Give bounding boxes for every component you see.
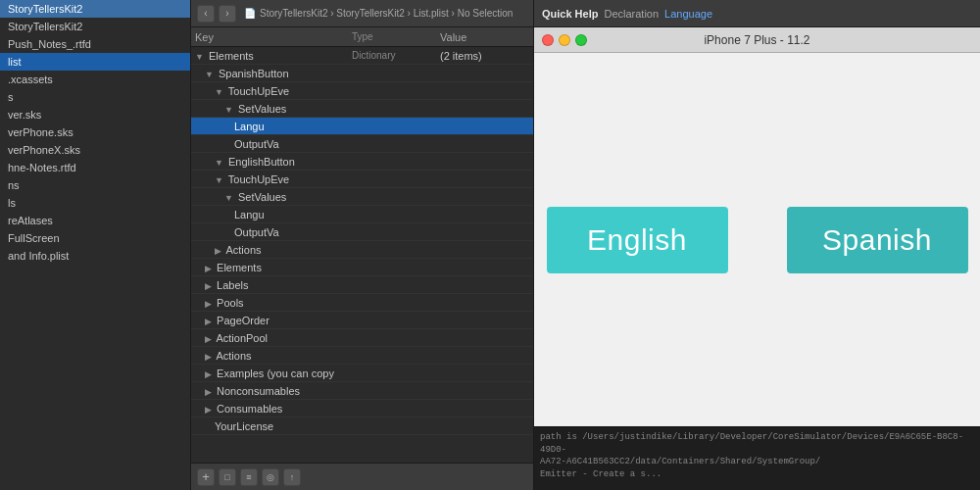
- row-key: ▼ SetValues: [191, 103, 348, 115]
- sidebar-item-storytellerskit2[interactable]: StoryTellersKit2: [0, 18, 190, 35]
- sidebar-item-ver-sks[interactable]: ver.sks: [0, 106, 190, 123]
- simulator-screen: English Spanish: [534, 53, 980, 426]
- console-line: Emitter - Create a s...: [540, 468, 974, 481]
- row-value: (2 items): [436, 50, 533, 62]
- console-output: path is /Users/justindike/Library/Develo…: [534, 426, 980, 490]
- sidebar-item-verphonex-sks[interactable]: verPhoneX.sks: [0, 141, 190, 159]
- table-row[interactable]: ▼ TouchUpEve: [191, 82, 533, 100]
- row-key: ▼ Elements: [191, 50, 348, 62]
- sidebar-item-reatlases[interactable]: reAtlases: [0, 212, 190, 229]
- plist-rows-container: ▼ Elements Dictionary (2 items) ▼ Spanis…: [191, 47, 533, 463]
- type-column-header: Type: [348, 31, 436, 42]
- table-row[interactable]: Langu: [191, 118, 533, 135]
- table-row[interactable]: ▶ Consumables: [191, 400, 533, 417]
- console-line: path is /Users/justindike/Library/Develo…: [540, 431, 974, 456]
- file-icon: 📄: [244, 8, 256, 19]
- row-type: Dictionary: [348, 50, 436, 61]
- row-key: ▶ Actions: [191, 244, 348, 256]
- row-key: ▶ Consumables: [191, 403, 348, 415]
- settings-button[interactable]: ◎: [262, 468, 279, 486]
- table-row[interactable]: Langu: [191, 206, 533, 223]
- sidebar-item-ns[interactable]: ns: [0, 176, 190, 194]
- plist-column-headers: Key Type Value: [191, 27, 533, 47]
- row-key: YourLicense: [191, 420, 348, 432]
- row-key: ▶ Elements: [191, 262, 348, 273]
- simulator-title: iPhone 7 Plus - 11.2: [704, 33, 809, 47]
- type-toggle-button[interactable]: □: [219, 468, 236, 486]
- row-key: ▼ TouchUpEve: [191, 85, 348, 97]
- file-navigator: StoryTellersKit2 StoryTellersKit2 Push_N…: [0, 0, 191, 490]
- plist-editor: ‹ › 📄 StoryTellersKit2 › StoryTellersKit…: [191, 0, 534, 490]
- simulator-wrapper: iPhone 7 Plus - 11.2 English Spanish pat…: [534, 27, 980, 490]
- sidebar-item-fullscreen[interactable]: FullScreen: [0, 229, 190, 247]
- table-row[interactable]: ▶ Examples (you can copy: [191, 365, 533, 382]
- english-button[interactable]: English: [547, 207, 728, 273]
- sidebar-item-info-plist[interactable]: and Info.plist: [0, 247, 190, 265]
- sidebar-item-xcassets[interactable]: .xcassets: [0, 71, 190, 88]
- row-key: ▶ ActionPool: [191, 332, 348, 344]
- console-line: AA72-A6C41B563CC2/data/Containers/Shared…: [540, 456, 974, 468]
- row-key: ▼ EnglishButton: [191, 156, 348, 168]
- table-row[interactable]: ▼ TouchUpEve: [191, 171, 533, 188]
- window-controls: [542, 34, 587, 46]
- sidebar-item-s[interactable]: s: [0, 88, 190, 106]
- sidebar-item-ls[interactable]: ls: [0, 194, 190, 212]
- table-row[interactable]: ▶ Nonconsumables: [191, 382, 533, 400]
- editor-toolbar: ‹ › 📄 StoryTellersKit2 › StoryTellersKit…: [191, 0, 533, 27]
- main-area: ‹ › 📄 StoryTellersKit2 › StoryTellersKit…: [191, 0, 980, 490]
- sidebar-item-verphone-sks[interactable]: verPhone.sks: [0, 123, 190, 141]
- row-key: ▶ Pools: [191, 297, 348, 309]
- table-row[interactable]: ▶ ActionPool: [191, 329, 533, 347]
- table-row[interactable]: YourLicense: [191, 417, 533, 435]
- table-row[interactable]: ▼ SpanishButton: [191, 65, 533, 82]
- table-row[interactable]: ▼ Elements Dictionary (2 items): [191, 47, 533, 65]
- row-key: OutputVa: [191, 226, 348, 238]
- nav-back-button[interactable]: ‹: [197, 5, 215, 23]
- row-key: Langu: [191, 121, 348, 132]
- table-row[interactable]: ▶ Elements: [191, 259, 533, 276]
- row-key: ▼ SetValues: [191, 191, 348, 203]
- simulator-titlebar: iPhone 7 Plus - 11.2: [534, 27, 980, 53]
- row-key: Langu: [191, 209, 348, 220]
- table-row[interactable]: ▶ Pools: [191, 294, 533, 312]
- quick-help-title: Quick Help: [542, 8, 598, 20]
- breadcrumb-path: StoryTellersKit2 › StoryTellersKit2 › Li…: [260, 8, 513, 19]
- window-maximize-button[interactable]: [575, 34, 587, 46]
- row-key: ▼ TouchUpEve: [191, 173, 348, 185]
- sidebar-item-storytellerskit2-root[interactable]: StoryTellersKit2: [0, 0, 190, 18]
- lines-button[interactable]: ≡: [240, 468, 258, 486]
- row-key: OutputVa: [191, 138, 348, 150]
- row-key: ▶ PageOrder: [191, 315, 348, 326]
- row-key: ▼ SpanishButton: [191, 68, 348, 79]
- row-key: ▶ Nonconsumables: [191, 385, 348, 397]
- table-row[interactable]: ▶ Actions: [191, 347, 533, 365]
- window-minimize-button[interactable]: [559, 34, 570, 46]
- table-row[interactable]: OutputVa: [191, 135, 533, 153]
- declaration-value: Language: [664, 8, 712, 20]
- table-row[interactable]: ▶ Labels: [191, 276, 533, 294]
- table-row[interactable]: ▼ SetValues: [191, 100, 533, 118]
- sidebar-item-push-notes[interactable]: Push_Notes_.rtfd: [0, 35, 190, 53]
- right-panel: Quick Help Declaration Language iPhone 7…: [534, 0, 980, 490]
- quick-help-bar: Quick Help Declaration Language: [534, 0, 980, 27]
- add-row-button[interactable]: +: [197, 468, 215, 486]
- row-key: ▶ Examples (you can copy: [191, 368, 348, 379]
- declaration-label: Declaration: [604, 8, 659, 20]
- table-row[interactable]: ▶ Actions: [191, 241, 533, 259]
- row-key: ▶ Labels: [191, 279, 348, 291]
- window-close-button[interactable]: [542, 34, 554, 46]
- key-column-header: Key: [191, 31, 348, 43]
- table-row[interactable]: OutputVa: [191, 223, 533, 241]
- nav-forward-button[interactable]: ›: [219, 5, 236, 23]
- spanish-button[interactable]: Spanish: [787, 207, 968, 273]
- table-row[interactable]: ▼ EnglishButton: [191, 153, 533, 171]
- table-row[interactable]: ▼ SetValues: [191, 188, 533, 206]
- plist-bottom-toolbar: + □ ≡ ◎ ↑: [191, 463, 533, 490]
- table-row[interactable]: ▶ PageOrder: [191, 312, 533, 329]
- row-key: ▶ Actions: [191, 350, 348, 362]
- value-column-header: Value: [436, 31, 533, 43]
- share-button[interactable]: ↑: [283, 468, 301, 486]
- sidebar-item-list[interactable]: list: [0, 53, 190, 71]
- sidebar-item-phone-notes[interactable]: hne-Notes.rtfd: [0, 159, 190, 176]
